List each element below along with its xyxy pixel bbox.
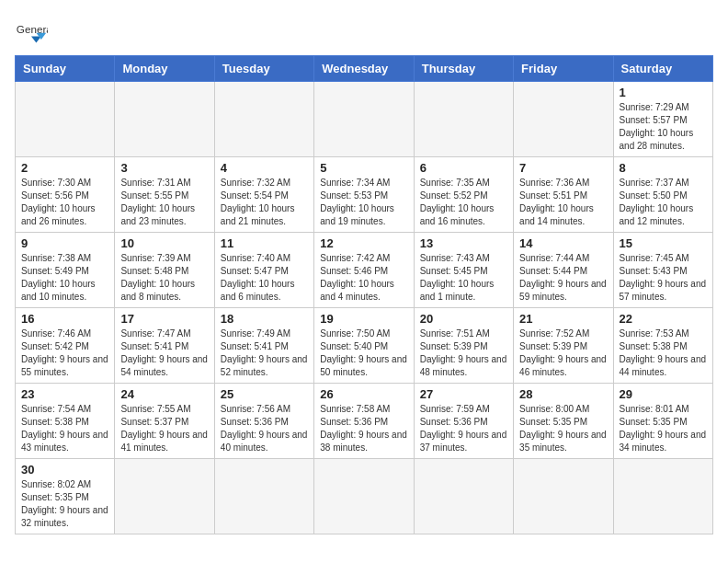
- day-of-week-header: Sunday: [16, 56, 115, 82]
- calendar-day-cell: [613, 459, 712, 534]
- calendar-day-cell: 17Sunrise: 7:47 AM Sunset: 5:41 PM Dayli…: [115, 308, 214, 384]
- calendar-day-cell: 11Sunrise: 7:40 AM Sunset: 5:47 PM Dayli…: [214, 233, 313, 308]
- calendar-day-cell: 24Sunrise: 7:55 AM Sunset: 5:37 PM Dayli…: [115, 384, 214, 459]
- day-info: Sunrise: 7:39 AM Sunset: 5:48 PM Dayligh…: [120, 252, 208, 304]
- calendar-table: SundayMondayTuesdayWednesdayThursdayFrid…: [15, 55, 713, 534]
- calendar-day-cell: 10Sunrise: 7:39 AM Sunset: 5:48 PM Dayli…: [115, 233, 214, 308]
- day-number: 19: [320, 312, 407, 326]
- calendar-day-cell: 18Sunrise: 7:49 AM Sunset: 5:41 PM Dayli…: [214, 308, 313, 384]
- day-info: Sunrise: 7:29 AM Sunset: 5:57 PM Dayligh…: [620, 101, 707, 153]
- calendar-day-cell: [414, 82, 513, 157]
- day-info: Sunrise: 7:51 AM Sunset: 5:39 PM Dayligh…: [420, 327, 507, 379]
- day-info: Sunrise: 7:47 AM Sunset: 5:41 PM Dayligh…: [120, 327, 208, 379]
- calendar-day-cell: 4Sunrise: 7:32 AM Sunset: 5:54 PM Daylig…: [214, 157, 313, 233]
- day-info: Sunrise: 7:38 AM Sunset: 5:49 PM Dayligh…: [21, 252, 108, 304]
- calendar-day-cell: 30Sunrise: 8:02 AM Sunset: 5:35 PM Dayli…: [16, 459, 115, 534]
- calendar-day-cell: [314, 82, 414, 157]
- calendar-day-cell: 21Sunrise: 7:52 AM Sunset: 5:39 PM Dayli…: [514, 308, 613, 384]
- day-number: 9: [21, 236, 108, 250]
- calendar-day-cell: [115, 459, 214, 534]
- calendar-day-cell: [314, 459, 414, 534]
- calendar-day-cell: 15Sunrise: 7:45 AM Sunset: 5:43 PM Dayli…: [613, 233, 712, 308]
- day-info: Sunrise: 7:55 AM Sunset: 5:37 PM Dayligh…: [120, 403, 208, 454]
- day-number: 12: [320, 236, 407, 250]
- day-number: 3: [120, 161, 208, 175]
- calendar-day-cell: 5Sunrise: 7:34 AM Sunset: 5:53 PM Daylig…: [314, 157, 414, 233]
- calendar-header-row: SundayMondayTuesdayWednesdayThursdayFrid…: [16, 56, 713, 82]
- day-number: 22: [620, 312, 707, 326]
- calendar-day-cell: 1Sunrise: 7:29 AM Sunset: 5:57 PM Daylig…: [613, 82, 712, 157]
- day-info: Sunrise: 7:35 AM Sunset: 5:52 PM Dayligh…: [420, 177, 507, 228]
- day-info: Sunrise: 7:42 AM Sunset: 5:46 PM Dayligh…: [320, 252, 407, 304]
- day-info: Sunrise: 7:59 AM Sunset: 5:36 PM Dayligh…: [420, 403, 507, 454]
- calendar-body: 1Sunrise: 7:29 AM Sunset: 5:57 PM Daylig…: [16, 82, 713, 534]
- calendar-day-cell: 9Sunrise: 7:38 AM Sunset: 5:49 PM Daylig…: [16, 233, 115, 308]
- calendar-day-cell: 3Sunrise: 7:31 AM Sunset: 5:55 PM Daylig…: [115, 157, 214, 233]
- calendar-week-row: 9Sunrise: 7:38 AM Sunset: 5:49 PM Daylig…: [16, 233, 713, 308]
- day-number: 14: [519, 236, 607, 250]
- day-number: 21: [519, 312, 607, 326]
- day-info: Sunrise: 7:36 AM Sunset: 5:51 PM Dayligh…: [519, 177, 607, 228]
- day-number: 10: [120, 236, 208, 250]
- day-number: 29: [620, 387, 707, 401]
- day-info: Sunrise: 7:44 AM Sunset: 5:44 PM Dayligh…: [519, 252, 607, 304]
- day-info: Sunrise: 8:00 AM Sunset: 5:35 PM Dayligh…: [519, 403, 607, 454]
- calendar-day-cell: 28Sunrise: 8:00 AM Sunset: 5:35 PM Dayli…: [514, 384, 613, 459]
- day-number: 13: [420, 236, 507, 250]
- day-number: 6: [420, 161, 507, 175]
- day-info: Sunrise: 7:37 AM Sunset: 5:50 PM Dayligh…: [620, 177, 707, 228]
- calendar-day-cell: [214, 82, 313, 157]
- day-number: 18: [221, 312, 308, 326]
- calendar-day-cell: 19Sunrise: 7:50 AM Sunset: 5:40 PM Dayli…: [314, 308, 414, 384]
- day-number: 25: [221, 387, 308, 401]
- day-number: 28: [519, 387, 607, 401]
- day-number: 24: [120, 387, 208, 401]
- calendar-day-cell: 6Sunrise: 7:35 AM Sunset: 5:52 PM Daylig…: [414, 157, 513, 233]
- day-number: 1: [620, 86, 707, 99]
- calendar-week-row: 16Sunrise: 7:46 AM Sunset: 5:42 PM Dayli…: [16, 308, 713, 384]
- day-of-week-header: Monday: [115, 56, 214, 82]
- calendar-day-cell: 13Sunrise: 7:43 AM Sunset: 5:45 PM Dayli…: [414, 233, 513, 308]
- day-info: Sunrise: 8:02 AM Sunset: 5:35 PM Dayligh…: [21, 478, 108, 530]
- calendar-day-cell: 27Sunrise: 7:59 AM Sunset: 5:36 PM Dayli…: [414, 384, 513, 459]
- day-number: 23: [21, 387, 108, 401]
- day-number: 15: [620, 236, 707, 250]
- day-info: Sunrise: 7:40 AM Sunset: 5:47 PM Dayligh…: [221, 252, 308, 304]
- calendar-day-cell: 29Sunrise: 8:01 AM Sunset: 5:35 PM Dayli…: [613, 384, 712, 459]
- day-number: 17: [120, 312, 208, 326]
- day-of-week-header: Saturday: [613, 56, 712, 82]
- calendar-day-cell: [214, 459, 313, 534]
- day-info: Sunrise: 7:45 AM Sunset: 5:43 PM Dayligh…: [620, 252, 707, 304]
- day-info: Sunrise: 7:53 AM Sunset: 5:38 PM Dayligh…: [620, 327, 707, 379]
- day-number: 30: [21, 463, 108, 477]
- logo-icon: General: [15, 15, 48, 48]
- day-number: 27: [420, 387, 507, 401]
- day-number: 11: [221, 236, 308, 250]
- calendar-day-cell: 20Sunrise: 7:51 AM Sunset: 5:39 PM Dayli…: [414, 308, 513, 384]
- day-number: 5: [320, 161, 407, 175]
- calendar-day-cell: 25Sunrise: 7:56 AM Sunset: 5:36 PM Dayli…: [214, 384, 313, 459]
- calendar-day-cell: 2Sunrise: 7:30 AM Sunset: 5:56 PM Daylig…: [16, 157, 115, 233]
- calendar-day-cell: 12Sunrise: 7:42 AM Sunset: 5:46 PM Dayli…: [314, 233, 414, 308]
- day-info: Sunrise: 7:56 AM Sunset: 5:36 PM Dayligh…: [221, 403, 308, 454]
- calendar-week-row: 30Sunrise: 8:02 AM Sunset: 5:35 PM Dayli…: [16, 459, 713, 534]
- page-header: General: [15, 15, 713, 48]
- day-info: Sunrise: 7:58 AM Sunset: 5:36 PM Dayligh…: [320, 403, 407, 454]
- calendar-day-cell: 26Sunrise: 7:58 AM Sunset: 5:36 PM Dayli…: [314, 384, 414, 459]
- calendar-day-cell: 14Sunrise: 7:44 AM Sunset: 5:44 PM Dayli…: [514, 233, 613, 308]
- day-info: Sunrise: 7:30 AM Sunset: 5:56 PM Dayligh…: [21, 177, 108, 228]
- calendar-day-cell: [16, 82, 115, 157]
- calendar-day-cell: [115, 82, 214, 157]
- day-info: Sunrise: 7:43 AM Sunset: 5:45 PM Dayligh…: [420, 252, 507, 304]
- calendar-day-cell: 8Sunrise: 7:37 AM Sunset: 5:50 PM Daylig…: [613, 157, 712, 233]
- day-number: 2: [21, 161, 108, 175]
- day-of-week-header: Thursday: [414, 56, 513, 82]
- calendar-day-cell: 16Sunrise: 7:46 AM Sunset: 5:42 PM Dayli…: [16, 308, 115, 384]
- day-info: Sunrise: 7:52 AM Sunset: 5:39 PM Dayligh…: [519, 327, 607, 379]
- day-info: Sunrise: 7:34 AM Sunset: 5:53 PM Dayligh…: [320, 177, 407, 228]
- day-number: 26: [320, 387, 407, 401]
- calendar-day-cell: 23Sunrise: 7:54 AM Sunset: 5:38 PM Dayli…: [16, 384, 115, 459]
- day-info: Sunrise: 7:54 AM Sunset: 5:38 PM Dayligh…: [21, 403, 108, 454]
- day-info: Sunrise: 7:49 AM Sunset: 5:41 PM Dayligh…: [221, 327, 308, 379]
- day-info: Sunrise: 8:01 AM Sunset: 5:35 PM Dayligh…: [620, 403, 707, 454]
